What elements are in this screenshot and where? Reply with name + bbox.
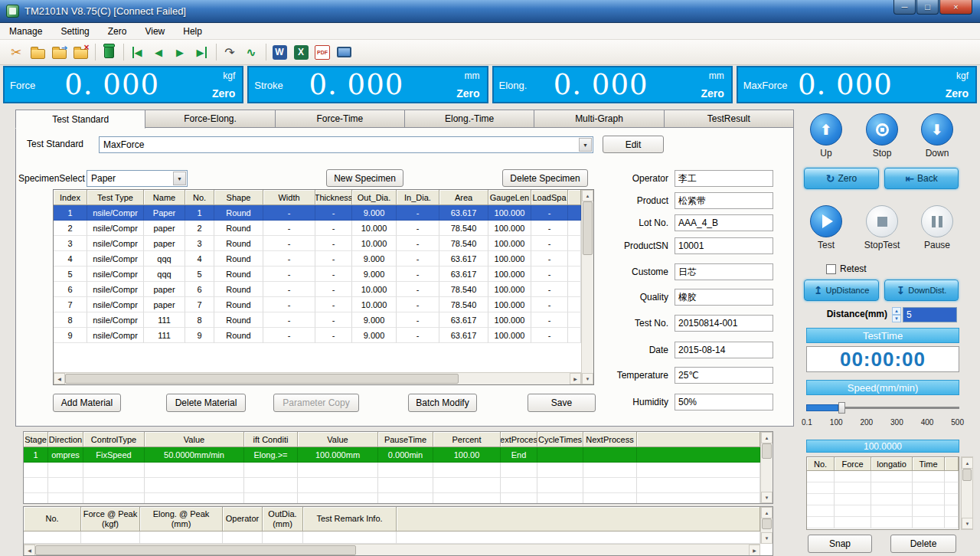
result-col-test-remark-info[interactable]: Test Remark Info. xyxy=(303,507,397,531)
tab-force-time[interactable]: Force-Time xyxy=(276,110,405,128)
next-record-icon[interactable] xyxy=(170,42,190,62)
trash-icon[interactable] xyxy=(99,42,119,62)
specimen-select-combobox[interactable]: Paper ▼ xyxy=(87,170,188,187)
slider-thumb[interactable] xyxy=(838,402,845,414)
curve-icon[interactable] xyxy=(220,42,240,62)
specimen-col-loadspa[interactable]: LoadSpa xyxy=(531,190,568,205)
minimize-button[interactable]: ─ xyxy=(893,0,916,15)
stage-row[interactable]: 1ompresFixSpeed50.0000mm/minElong.>=100.… xyxy=(24,447,760,463)
result-col-operator[interactable]: Operator xyxy=(223,507,263,531)
scroll-right-button[interactable]: ▶ xyxy=(570,373,581,384)
chevron-down-icon[interactable]: ▼ xyxy=(579,138,592,152)
menu-item-help[interactable]: Help xyxy=(174,23,211,40)
specimen-hscrollbar[interactable]: ◀ ▶ xyxy=(54,372,581,384)
scroll-left-button[interactable]: ◀ xyxy=(24,545,35,555)
mini-col-longatio[interactable]: longatio xyxy=(871,457,913,471)
specimen-col-thickness[interactable]: Thickness xyxy=(315,190,352,205)
specimen-row[interactable]: 1nsile/ComprPaper1Round--9.000-63.617100… xyxy=(54,205,581,221)
stage-col-stage[interactable]: Stage xyxy=(24,432,48,447)
specimen-col-test-type[interactable]: Test Type xyxy=(87,190,144,205)
stage-col-direction[interactable]: Direction xyxy=(48,432,83,447)
last-record-icon[interactable] xyxy=(191,42,211,62)
down-distance-button[interactable]: ↧ DownDist. xyxy=(884,280,959,301)
pdf-icon[interactable]: PDF xyxy=(312,42,332,62)
add-material-button[interactable]: Add Material xyxy=(53,394,121,412)
specimen-row[interactable]: 5nsile/Comprqqq5Round--9.000-63.617100.0… xyxy=(54,267,581,282)
result-col-force-peak[interactable]: Force @ Peak(kgf) xyxy=(81,507,140,531)
zero-indicator[interactable]: Zero xyxy=(456,87,479,100)
jog-down-button[interactable]: ⬇ xyxy=(921,113,953,146)
stage-col-extproces[interactable]: extProces xyxy=(501,432,537,447)
scrollbar-thumb[interactable] xyxy=(962,469,972,481)
specimen-col-no[interactable]: No. xyxy=(185,190,214,205)
product-field[interactable]: 松紧带 xyxy=(675,192,773,209)
humidity-field[interactable]: 50% xyxy=(675,394,773,410)
word-icon[interactable]: W xyxy=(270,42,289,62)
specimen-col-in-dia[interactable]: In_Dia. xyxy=(397,190,439,205)
delete-button[interactable]: Delete xyxy=(890,535,956,553)
delete-material-button[interactable]: Delete Material xyxy=(166,394,246,412)
batch-modify-button[interactable]: Batch Modify xyxy=(408,394,477,412)
date-field[interactable]: 2015-08-14 xyxy=(675,342,773,358)
specimen-row[interactable]: 2nsile/Comprpaper2Round--10.000-78.54010… xyxy=(54,221,581,236)
scroll-left-button[interactable]: ◀ xyxy=(54,373,65,384)
menu-item-manage[interactable]: Manage xyxy=(0,23,51,40)
scroll-up-button[interactable]: ▲ xyxy=(761,507,773,518)
menu-item-view[interactable]: View xyxy=(136,23,174,40)
scrollbar-thumb[interactable] xyxy=(35,545,356,555)
quality-field[interactable]: 橡胶 xyxy=(675,289,773,306)
maximize-button[interactable]: □ xyxy=(916,0,939,15)
stage-col-controltype[interactable]: ControlType xyxy=(83,432,145,447)
scrollbar-thumb[interactable] xyxy=(762,518,772,529)
specimen-row[interactable]: 9nsile/Compr1119Round--9.000-63.617100.0… xyxy=(54,328,581,343)
lot-no-field[interactable]: AAA_4_B xyxy=(675,214,773,231)
scroll-up-button[interactable]: ▲ xyxy=(761,432,773,443)
productsn-field[interactable]: 10001 xyxy=(675,237,773,254)
tab-testresult[interactable]: TestResult xyxy=(665,110,794,128)
delete-specimen-button[interactable]: Delete Specimen xyxy=(502,169,588,187)
prev-record-icon[interactable] xyxy=(149,42,168,62)
scrollbar-thumb[interactable] xyxy=(762,443,772,459)
spin-down-icon[interactable]: ▼ xyxy=(892,315,901,322)
chevron-down-icon[interactable]: ▼ xyxy=(173,172,186,185)
back-button[interactable]: ⇤ Back xyxy=(884,168,959,189)
tab-multi-graph[interactable]: Multi-Graph xyxy=(534,110,664,128)
specimen-col-shape[interactable]: Shape xyxy=(214,190,263,205)
snap-button[interactable]: Snap xyxy=(808,535,872,553)
result-col-outdia[interactable]: OutDia.(mm) xyxy=(263,507,303,531)
close-file-icon[interactable] xyxy=(70,42,90,62)
specimen-col-out-dia[interactable]: Out_Dia. xyxy=(352,190,397,205)
specimen-row[interactable]: 4nsile/Comprqqq4Round--9.000-63.617100.0… xyxy=(54,251,581,267)
test-standard-combobox[interactable]: MaxForce ▼ xyxy=(99,136,593,153)
menu-item-zero[interactable]: Zero xyxy=(99,23,136,40)
open-folder-icon[interactable] xyxy=(28,42,47,62)
specimen-col-gaugelen[interactable]: GaugeLen xyxy=(488,190,531,205)
jog-stop-button[interactable] xyxy=(866,113,898,146)
mini-col-no[interactable]: No. xyxy=(807,457,835,471)
custome-field[interactable]: 日芯 xyxy=(675,263,773,280)
close-button[interactable]: × xyxy=(939,0,972,15)
jog-up-button[interactable]: ⬆ xyxy=(810,113,842,146)
stage-col-nextprocess[interactable]: NextProcess xyxy=(583,432,637,447)
mini-col-time[interactable]: Time xyxy=(913,457,945,471)
first-record-icon[interactable] xyxy=(127,42,147,62)
tab-elong-time[interactable]: Elong.-Time xyxy=(405,110,534,128)
specimen-col-index[interactable]: Index xyxy=(54,190,87,205)
new-specimen-button[interactable]: New Specimen xyxy=(326,169,403,187)
result-vscrollbar[interactable]: ▲ ▼ xyxy=(760,507,773,544)
up-distance-button[interactable]: ↥ UpDistance xyxy=(804,280,879,301)
screen-copy-icon[interactable] xyxy=(334,42,354,62)
smooth-curve-icon[interactable] xyxy=(241,42,261,62)
pause-button[interactable] xyxy=(921,205,953,237)
scroll-right-button[interactable]: ▶ xyxy=(749,545,760,555)
specimen-row[interactable]: 8nsile/Compr1118Round--9.000-63.617100.0… xyxy=(54,312,581,328)
stage-col-value[interactable]: Value xyxy=(298,432,378,447)
stage-col-cycletimes[interactable]: CycleTimes xyxy=(537,432,583,447)
cut-icon[interactable] xyxy=(6,42,26,62)
specimen-row[interactable]: 3nsile/Comprpaper3Round--10.000-78.54010… xyxy=(54,236,581,251)
tab-force-elong[interactable]: Force-Elong. xyxy=(145,110,275,128)
specimen-col-name[interactable]: Name xyxy=(144,190,185,205)
export-report-icon[interactable] xyxy=(49,42,69,62)
scrollbar-thumb[interactable] xyxy=(65,374,459,384)
specimen-row[interactable]: 7nsile/Comprpaper7Round--10.000-78.54010… xyxy=(54,297,581,312)
